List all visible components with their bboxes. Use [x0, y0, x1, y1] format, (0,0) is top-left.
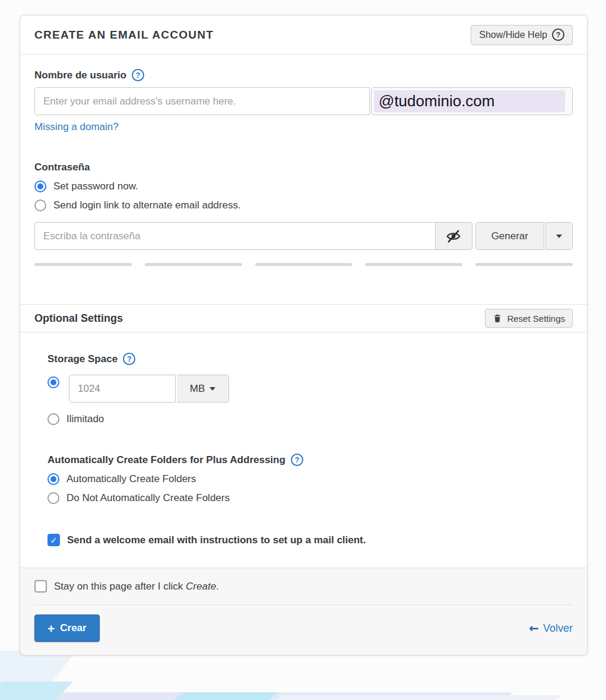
username-label: Nombre de usuario	[34, 69, 126, 81]
radio-no-auto-create-folders[interactable]: Do Not Automatically Create Folders	[47, 492, 573, 504]
generate-label: Generar	[491, 230, 528, 242]
stay-label-emphasis: Create	[186, 581, 216, 592]
radio-label: Set password now.	[53, 180, 138, 192]
page-title: CREATE AN EMAIL ACCOUNT	[34, 28, 214, 42]
optional-settings-title: Optional Settings	[34, 312, 123, 325]
strength-segment	[255, 263, 353, 266]
radio-icon[interactable]	[34, 199, 46, 211]
strength-segment	[145, 263, 242, 266]
domain-value: @tudominio.com	[374, 90, 565, 112]
reset-settings-label: Reset Settings	[507, 313, 565, 324]
generate-options-dropdown-button[interactable]	[545, 222, 573, 250]
storage-custom-row: MB	[47, 375, 573, 403]
plus-addressing-label-row: Automatically Create Folders for Plus Ad…	[47, 454, 573, 466]
account-section: Nombre de usuario ? @tudominio.com Missi…	[20, 55, 587, 304]
radio-send-login-link[interactable]: Send login link to alternate email addre…	[34, 199, 573, 211]
password-row: Generar	[34, 222, 573, 250]
strength-segment	[34, 263, 132, 266]
welcome-email-checkbox-row[interactable]: ✓ Send a welcome email with instructions…	[47, 534, 573, 546]
radio-label: Send login link to alternate email addre…	[53, 199, 241, 211]
background-shape	[173, 692, 278, 700]
radio-icon[interactable]	[47, 413, 59, 425]
username-input[interactable]	[34, 87, 370, 115]
back-arrow-icon: ←	[529, 622, 539, 634]
password-strength-meter	[34, 263, 573, 266]
stay-on-page-label: Stay on this page after I click Create.	[54, 581, 219, 593]
optional-settings-body: Storage Space ? MB Ilimitado Automatical…	[20, 332, 587, 568]
optional-settings-header: Optional Settings Reset Settings	[20, 304, 587, 332]
help-icon[interactable]: ?	[123, 353, 135, 365]
storage-unit-label: MB	[190, 383, 205, 395]
radio-icon[interactable]	[47, 492, 59, 504]
strength-segment	[365, 263, 462, 266]
help-toggle-label: Show/Hide Help	[479, 30, 547, 40]
storage-label-row: Storage Space ?	[47, 353, 573, 365]
background-shape	[275, 695, 561, 700]
password-label: Contraseña	[34, 161, 573, 173]
stay-label-prefix: Stay on this page after I click	[54, 581, 186, 592]
footer-divider	[34, 604, 573, 605]
strength-segment	[475, 263, 573, 266]
storage-unit-dropdown[interactable]: MB	[177, 375, 229, 403]
footer-actions: + Crear ← Volver	[34, 615, 573, 642]
radio-unlimited-quota[interactable]: Ilimitado	[47, 413, 573, 425]
username-row: @tudominio.com	[34, 87, 573, 115]
create-button-label: Crear	[60, 622, 86, 634]
back-link-label: Volver	[543, 622, 573, 635]
create-email-account-card: CREATE AN EMAIL ACCOUNT Show/Hide Help ?…	[20, 15, 588, 655]
stay-on-page-checkbox-row[interactable]: Stay on this page after I click Create.	[34, 580, 573, 593]
help-icon[interactable]: ?	[291, 454, 303, 466]
reset-settings-button[interactable]: Reset Settings	[485, 309, 573, 328]
help-icon[interactable]: ?	[132, 69, 144, 81]
radio-custom-quota[interactable]	[47, 376, 59, 388]
domain-select[interactable]: @tudominio.com	[371, 87, 573, 115]
storage-quota-input[interactable]	[69, 375, 176, 403]
radio-label: Automatically Create Folders	[66, 473, 196, 485]
missing-domain-link[interactable]: Missing a domain?	[34, 121, 119, 133]
card-footer: Stay on this page after I click Create. …	[20, 568, 587, 655]
plus-addressing-label: Automatically Create Folders for Plus Ad…	[47, 454, 285, 466]
radio-label: Do Not Automatically Create Folders	[66, 492, 230, 504]
caret-down-icon	[210, 387, 215, 391]
create-button[interactable]: + Crear	[34, 615, 100, 642]
radio-icon[interactable]	[47, 473, 59, 485]
password-input[interactable]	[34, 222, 436, 250]
question-circle-icon: ?	[552, 28, 564, 41]
radio-auto-create-folders[interactable]: Automatically Create Folders	[47, 473, 573, 485]
show-hide-help-button[interactable]: Show/Hide Help ?	[471, 25, 573, 45]
radio-set-password-now[interactable]: Set password now.	[34, 180, 573, 192]
plus-icon: +	[47, 622, 55, 635]
welcome-email-label: Send a welcome email with instructions t…	[67, 534, 366, 546]
caret-down-icon	[556, 235, 562, 238]
card-header: CREATE AN EMAIL ACCOUNT Show/Hide Help ?	[20, 15, 587, 55]
radio-label: Ilimitado	[66, 413, 104, 425]
trash-icon	[493, 313, 502, 323]
eye-slash-icon	[446, 229, 461, 244]
username-label-row: Nombre de usuario ?	[34, 69, 573, 81]
stay-label-suffix: .	[216, 581, 219, 592]
storage-label: Storage Space	[47, 353, 118, 365]
toggle-password-visibility-button[interactable]	[436, 222, 472, 250]
radio-icon[interactable]	[34, 180, 46, 192]
welcome-email-checkbox[interactable]: ✓	[47, 534, 60, 546]
check-icon: ✓	[50, 536, 58, 544]
generate-password-button[interactable]: Generar	[475, 222, 544, 250]
stay-on-page-checkbox[interactable]	[34, 580, 47, 593]
back-link[interactable]: ← Volver	[529, 622, 573, 635]
